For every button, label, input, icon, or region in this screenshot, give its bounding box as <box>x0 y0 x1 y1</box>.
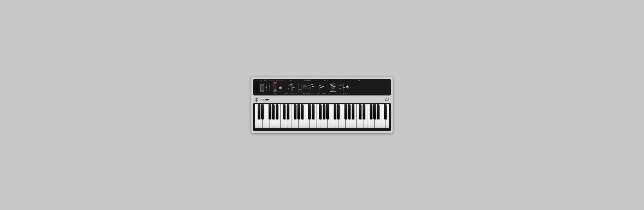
aeg-label: AEG <box>331 89 333 90</box>
keyboard-container <box>253 103 391 131</box>
eg-section: FEG <box>329 82 337 94</box>
effect-rate-knob[interactable] <box>346 86 349 88</box>
looper-pause-button[interactable]: PAUSE <box>273 88 277 90</box>
aeg-release-track <box>334 90 335 92</box>
black-key-22[interactable] <box>337 104 340 119</box>
filter-cutoff-slider-wrap <box>320 83 320 92</box>
aeg-release-handle[interactable] <box>334 91 336 92</box>
octave-slider-wrap <box>269 84 270 91</box>
black-key-7[interactable] <box>283 104 285 119</box>
black-key-15[interactable] <box>312 104 314 119</box>
lfo-inner: OSC PITCH FILTER AMP OFF <box>288 82 294 92</box>
eg-decay-slider-wrap <box>332 83 333 89</box>
eg-release-handle[interactable] <box>334 86 336 87</box>
filter-section: CUTOFF RESONANCE <box>316 82 328 94</box>
osc-texture-handle[interactable] <box>312 86 314 87</box>
lfo-speed-handle[interactable] <box>293 88 295 88</box>
speaker-hole <box>256 87 259 88</box>
osc-section: MONO POLY ~W ⊕ CO <box>302 82 314 94</box>
effect-phaser-label: PHASER <box>339 86 343 88</box>
eg-attack-track <box>331 83 332 89</box>
lfo-pitch-label: PITCH <box>288 85 290 86</box>
black-key-17[interactable] <box>319 104 321 119</box>
speaker-hole <box>256 90 259 90</box>
osc-saw-led <box>310 88 310 89</box>
osc-noise-led <box>310 90 310 90</box>
black-key-21[interactable] <box>334 104 336 119</box>
eg-s-label: S <box>334 93 334 94</box>
black-key-35[interactable] <box>384 104 386 119</box>
black-key-24[interactable] <box>344 104 347 119</box>
lfo-section: OSC PITCH FILTER AMP OFF <box>284 82 298 94</box>
synthesizer: PITCH BEND VOLUME OCTAVE LOOPER LFO PORT… <box>251 77 393 133</box>
eg-a-label: A <box>330 93 330 94</box>
osc-texture-slider-wrap <box>313 83 313 92</box>
lfo-assign-handle[interactable] <box>290 84 292 85</box>
effect-depth-handle[interactable] <box>344 86 346 86</box>
portamento-handle[interactable] <box>299 90 301 90</box>
effect-type-handle[interactable] <box>343 87 345 88</box>
looper-inner: CLEAR REC PLAY PAUSE STOP <box>273 82 277 92</box>
filter-label: FILTER <box>324 80 340 81</box>
black-key-12[interactable] <box>301 104 303 119</box>
separator <box>314 83 315 93</box>
black-key-26[interactable] <box>352 104 354 119</box>
portamento-track <box>300 84 300 92</box>
speaker-hole <box>256 86 259 86</box>
black-key-18[interactable] <box>323 104 325 119</box>
octave-track <box>269 84 270 91</box>
octave-minus-label: -- <box>269 92 270 93</box>
lfo-depth-label: DEPTH <box>290 93 292 94</box>
looper-rec-button[interactable]: REC <box>273 84 276 86</box>
octave-handle[interactable] <box>268 86 270 87</box>
effect-depth-track <box>345 83 345 92</box>
volume-section <box>266 82 267 93</box>
volume-slider-wrap <box>266 84 267 92</box>
black-key-11[interactable] <box>298 104 300 119</box>
effect-type-track <box>344 83 344 92</box>
black-key-19[interactable] <box>326 104 328 119</box>
speaker-hole <box>256 88 259 88</box>
black-key-0[interactable] <box>258 104 260 119</box>
looper-stop-button[interactable]: STOP <box>273 90 276 92</box>
mono-poly-switch: MONO POLY <box>303 85 307 89</box>
looper-tempo-knob[interactable] <box>279 86 282 90</box>
lfo-depth-track <box>292 83 293 92</box>
pitch-bend-wheel[interactable] <box>260 84 264 92</box>
black-key-28[interactable] <box>359 104 361 119</box>
lfo-speed-track <box>294 83 294 92</box>
filter-4-slider-wrap <box>323 83 324 92</box>
effect-dist-label: DIST <box>339 84 343 85</box>
black-key-32[interactable] <box>374 104 376 119</box>
black-key-14[interactable] <box>308 104 310 119</box>
black-key-29[interactable] <box>362 104 365 119</box>
octave-label: OCTAVE <box>274 80 279 81</box>
black-key-4[interactable] <box>272 104 274 119</box>
black-key-31[interactable] <box>370 104 372 119</box>
looper-play-button[interactable]: PLAY <box>273 86 276 88</box>
effect-off-label: OFF <box>339 89 343 90</box>
black-key-3[interactable] <box>268 104 271 119</box>
section-labels: PITCH BEND VOLUME OCTAVE LOOPER LFO PORT… <box>255 80 389 81</box>
black-key-25[interactable] <box>348 104 350 119</box>
black-key-5[interactable] <box>276 104 278 119</box>
speaker-hole <box>256 86 259 87</box>
black-key-10[interactable] <box>294 104 296 119</box>
aeg-release-slider-wrap <box>334 90 335 92</box>
black-key-33[interactable] <box>377 104 379 119</box>
filter-3-slider-wrap <box>322 83 322 92</box>
osc-tri-label: CO <box>308 86 309 88</box>
osc-tri-led <box>310 87 310 88</box>
black-key-8[interactable] <box>286 104 289 119</box>
lfo-assign-label: ASSIGN <box>284 93 288 94</box>
volume-inner <box>266 82 267 93</box>
feg-label: FEG <box>331 82 332 82</box>
volume-handle[interactable] <box>266 87 268 88</box>
eg-release-slider-wrap <box>334 83 335 89</box>
osc-noise-label: Λ∩ <box>308 90 309 90</box>
black-key-1[interactable] <box>261 104 264 119</box>
looper-clear-button[interactable]: CLEAR <box>273 82 277 84</box>
mono-button[interactable]: MONO <box>303 85 307 87</box>
filter-4-handle[interactable] <box>322 86 324 87</box>
poly-button[interactable]: POLY <box>303 87 307 89</box>
